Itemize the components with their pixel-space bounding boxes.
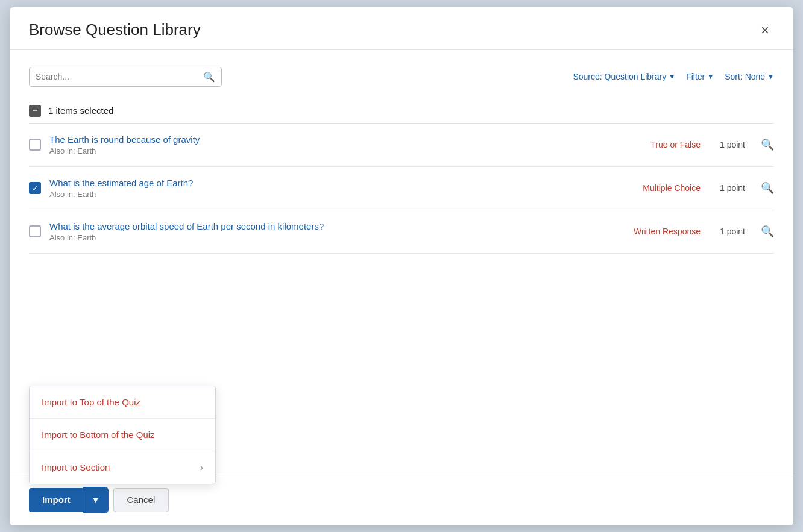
question-type: True or False: [616, 140, 701, 149]
indeterminate-checkbox[interactable]: −: [29, 105, 41, 117]
selection-bar: − 1 items selected: [29, 99, 774, 124]
modal-title: Browse Question Library: [29, 20, 201, 39]
import-button[interactable]: Import: [29, 488, 84, 512]
preview-icon[interactable]: 🔍: [761, 225, 774, 238]
cancel-button[interactable]: Cancel: [113, 488, 169, 512]
selection-count: 1: [48, 105, 53, 116]
search-input[interactable]: [36, 72, 200, 81]
question-points: 1 point: [709, 140, 745, 149]
close-button[interactable]: ×: [756, 20, 774, 40]
source-button[interactable]: Source: Question Library ▼: [573, 72, 675, 81]
dropdown-item-label: Import to Bottom of the Quiz: [42, 430, 155, 440]
search-icon: 🔍: [203, 71, 215, 83]
source-chevron-icon: ▼: [669, 73, 675, 80]
dropdown-item-label: Import to Top of the Quiz: [42, 397, 140, 407]
question-content: The Earth is round because of gravityAls…: [49, 134, 608, 155]
selection-label: items selected: [56, 105, 114, 116]
dropdown-item[interactable]: Import to Bottom of the Quiz: [30, 419, 215, 451]
toolbar-right: Source: Question Library ▼ Filter ▼ Sort…: [573, 72, 774, 81]
question-points: 1 point: [709, 227, 745, 236]
sort-chevron-icon: ▼: [767, 73, 774, 80]
import-dropdown-chevron-icon: ▼: [92, 495, 100, 505]
dropdown-item[interactable]: Import to Section›: [30, 451, 215, 484]
chevron-right-icon: ›: [200, 462, 203, 473]
question-subtitle: Also in: Earth: [49, 190, 608, 199]
toolbar: 🔍 Source: Question Library ▼ Filter ▼ So…: [29, 67, 774, 87]
preview-icon[interactable]: 🔍: [761, 181, 774, 195]
sort-button[interactable]: Sort: None ▼: [725, 72, 774, 81]
import-dropdown-menu: Import to Top of the QuizImport to Botto…: [29, 386, 216, 484]
question-subtitle: Also in: Earth: [49, 233, 608, 242]
table-row: What is the average orbital speed of Ear…: [29, 210, 774, 254]
minus-icon: −: [32, 105, 37, 115]
question-checkbox[interactable]: [29, 225, 41, 237]
question-subtitle: Also in: Earth: [49, 146, 608, 155]
question-content: What is the estimated age of Earth?Also …: [49, 178, 608, 199]
search-box: 🔍: [29, 67, 222, 87]
dropdown-item[interactable]: Import to Top of the Quiz: [30, 386, 215, 419]
question-title[interactable]: What is the estimated age of Earth?: [49, 178, 608, 188]
question-content: What is the average orbital speed of Ear…: [49, 221, 608, 242]
question-title[interactable]: The Earth is round because of gravity: [49, 134, 608, 145]
dropdown-item-label: Import to Section: [42, 462, 110, 472]
modal-header: Browse Question Library ×: [10, 7, 793, 50]
preview-icon[interactable]: 🔍: [761, 138, 774, 151]
modal-browse-question-library: Browse Question Library × 🔍 Source: Ques…: [10, 7, 793, 525]
question-checkbox[interactable]: [29, 182, 41, 194]
question-type: Written Response: [616, 227, 701, 236]
question-checkbox[interactable]: [29, 139, 41, 151]
filter-button[interactable]: Filter ▼: [686, 72, 714, 81]
table-row: What is the estimated age of Earth?Also …: [29, 167, 774, 210]
table-row: The Earth is round because of gravityAls…: [29, 124, 774, 167]
import-dropdown-toggle[interactable]: ▼: [84, 488, 107, 512]
question-points: 1 point: [709, 183, 745, 193]
question-type: Multiple Choice: [616, 183, 701, 193]
question-title[interactable]: What is the average orbital speed of Ear…: [49, 221, 608, 231]
filter-chevron-icon: ▼: [707, 73, 714, 80]
items-selected-text: 1 items selected: [48, 105, 113, 116]
